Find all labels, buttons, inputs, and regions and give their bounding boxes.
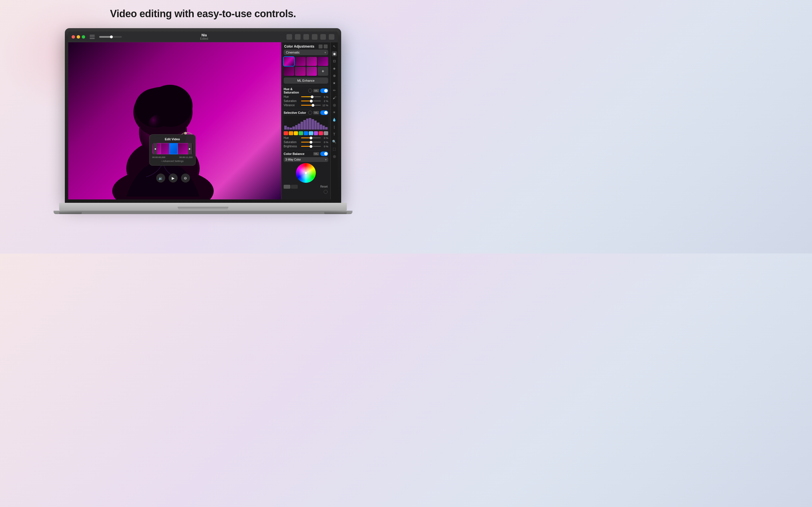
timeline-strip (152, 143, 193, 154)
close-button[interactable] (71, 35, 75, 39)
sc-hue-slider[interactable] (301, 137, 321, 138)
cursor-icon[interactable]: ↖ (332, 44, 337, 49)
filter-thumb-5[interactable] (284, 67, 294, 76)
swatch-purple[interactable] (314, 131, 318, 135)
ml-enhance-button[interactable]: ML Enhance (284, 77, 328, 83)
tool-icon-1[interactable] (287, 34, 292, 40)
volume-button[interactable]: 🔉 (156, 173, 165, 182)
panel-info-icon[interactable] (324, 45, 327, 48)
sc-saturation-slider-row: Saturation 0 % (284, 140, 328, 144)
eye-icon[interactable]: ◎ (332, 103, 337, 108)
swatch-lightblue[interactable] (309, 131, 313, 135)
saturation-label: Saturation (284, 100, 300, 103)
right-panel: Color Adjustments Cinematic ▾ (281, 42, 331, 200)
hue-saturation-toggle[interactable] (320, 89, 328, 93)
search-icon[interactable]: 🔍 (332, 139, 337, 144)
edit-video-title: Edit Video (152, 137, 193, 141)
timeline-next-button[interactable]: ▶ (188, 143, 192, 154)
video-timeline[interactable]: ◀ ▶ (152, 143, 193, 154)
macbook-screen-outer: Nia Edited (65, 28, 341, 203)
sidebar-toggle-button[interactable] (90, 35, 95, 39)
color-icon[interactable]: ◉ (332, 51, 337, 56)
tool-icon-6[interactable] (329, 34, 335, 40)
hue-saturation-header: Hue & Saturation ML (284, 87, 328, 94)
main-content: Edit Video ◀ ▶ (68, 42, 338, 200)
sun-icon[interactable]: ☀ (332, 110, 337, 115)
panel-header: Color Adjustments (282, 42, 331, 50)
star-icon[interactable]: ★ (332, 80, 337, 86)
color-wheel-container (284, 163, 328, 183)
brush-icon[interactable]: 🖌 (332, 95, 337, 100)
panel-reset-icon[interactable] (319, 45, 322, 48)
filter-grid: + (282, 57, 331, 77)
settings-icon[interactable]: ◎ (332, 154, 337, 159)
skip-button[interactable]: ⊖ (181, 173, 190, 182)
filter-thumb-4[interactable] (318, 57, 328, 66)
vibrance-label: Vibrance (284, 104, 300, 107)
playhead-slider[interactable] (99, 36, 122, 38)
selective-color-toggle[interactable] (320, 110, 328, 115)
reset-button[interactable]: Reset (320, 184, 328, 189)
swatch-blue[interactable] (304, 131, 308, 135)
vibrance-slider[interactable] (301, 105, 321, 106)
swatch-gray[interactable] (324, 131, 328, 135)
filter-thumb-1[interactable] (284, 57, 294, 66)
time-start: 00:00:00,000 (152, 156, 165, 159)
tool-icon-5[interactable] (320, 34, 326, 40)
selective-color-reset-icon[interactable] (308, 111, 312, 115)
pen-icon[interactable]: | (332, 124, 337, 129)
sc-saturation-slider[interactable] (301, 142, 321, 143)
wheel-label: 3-Way Color (285, 158, 301, 161)
swatch-pink[interactable] (319, 131, 323, 135)
brightness-slider[interactable] (301, 146, 321, 147)
color-balance-controls: ML (313, 152, 328, 156)
panel-close-icon[interactable] (324, 190, 327, 194)
filter-add-button[interactable]: + (318, 67, 328, 76)
saturation-slider[interactable] (301, 101, 321, 101)
frame-icon[interactable]: ⬚ (332, 147, 337, 152)
filter-thumb-7[interactable] (306, 67, 317, 76)
color-wheel-cursor[interactable] (305, 172, 307, 174)
crop-icon[interactable]: ⊡ (332, 59, 337, 64)
tool-icon-3[interactable] (303, 34, 309, 40)
tool-icon-4[interactable] (312, 34, 317, 40)
wheel-mode-btn-2[interactable] (291, 185, 298, 189)
histogram (284, 116, 328, 130)
filter-thumb-3[interactable] (306, 57, 317, 66)
filter-icon[interactable]: ◈ (332, 66, 337, 71)
minimize-button[interactable] (77, 35, 80, 39)
hue-saturation-reset-icon[interactable] (308, 89, 312, 93)
filter-thumb-6[interactable] (295, 67, 305, 76)
fullscreen-button[interactable] (82, 35, 85, 39)
edit-icon[interactable]: ✏ (332, 88, 337, 93)
macbook-notch (177, 207, 229, 211)
wheel-dropdown[interactable]: 3-Way Color ▾ (284, 157, 328, 162)
filter-dropdown[interactable]: Cinematic ▾ (284, 50, 328, 55)
wheel-mode-btn-1[interactable] (284, 185, 290, 189)
hue-label: Hue (284, 95, 300, 98)
swatch-red[interactable] (284, 131, 288, 135)
drop-icon[interactable]: 💧 (332, 117, 337, 122)
hue-slider-row: Hue 6 % (284, 95, 328, 98)
tool-icon-2[interactable] (295, 34, 301, 40)
color-balance-title: Color Balance (284, 152, 305, 156)
color-balance-toggle[interactable] (320, 152, 328, 156)
color-wheel[interactable] (296, 163, 316, 183)
filter-thumb-2[interactable] (295, 57, 305, 66)
color-swatches (284, 131, 328, 135)
panel-bottom-icons (284, 189, 328, 194)
sc-saturation-label: Saturation (284, 140, 300, 144)
hue-slider[interactable] (301, 96, 321, 97)
macbook-feet (54, 211, 352, 214)
filter-label: Cinematic (286, 51, 300, 54)
adjust-icon[interactable]: ⊕ (332, 73, 337, 78)
advanced-settings-link[interactable]: › Advanced Settings (152, 160, 193, 163)
swatch-green[interactable] (299, 131, 303, 135)
text-icon[interactable]: T (332, 132, 337, 137)
swatch-orange[interactable] (289, 131, 293, 135)
hue-saturation-title: Hue & Saturation (284, 87, 308, 94)
timeline-prev-button[interactable]: ◀ (153, 143, 157, 154)
foot-right (324, 212, 347, 214)
swatch-yellow[interactable] (294, 131, 298, 135)
play-button[interactable]: ▶ (168, 173, 177, 182)
